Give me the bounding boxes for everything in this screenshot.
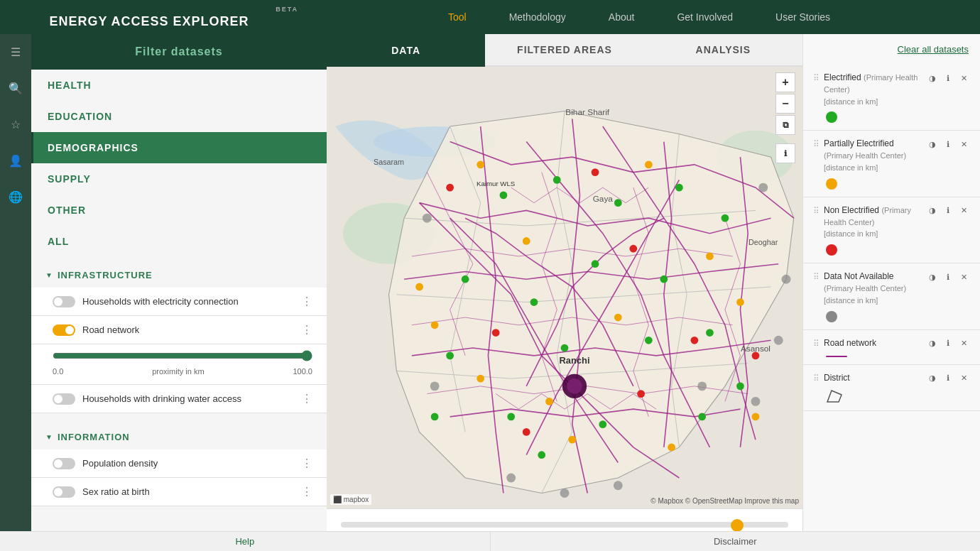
map-background[interactable]: Bihar Sharif Sasaram Kaimur WLS Gaya Deo… <box>327 65 802 508</box>
legend-controls-partially: ◑ ℹ ✕ <box>926 138 970 151</box>
drag-handle-road[interactable]: ⠿ <box>813 337 820 349</box>
clear-all-button[interactable]: Clear all datasets <box>898 44 969 55</box>
info-button-partially[interactable]: ℹ <box>942 138 954 151</box>
layers-button[interactable]: ⧉ <box>775 115 795 135</box>
category-demographics[interactable]: DEMOGRAPHICS <box>31 132 327 163</box>
dataset-road[interactable]: Road network ⋮ <box>31 316 327 344</box>
contrast-button-na[interactable]: ◑ <box>926 271 939 283</box>
road-menu[interactable]: ⋮ <box>301 323 312 337</box>
tab-filtered[interactable]: FILTERED AREAS <box>485 34 643 67</box>
category-health[interactable]: HEALTH <box>31 70 327 101</box>
menu-icon[interactable]: ☰ <box>6 41 25 63</box>
map-credit: © Mapbox © OpenStreetMap Improve this ma… <box>650 497 799 505</box>
swatch-partially <box>826 178 837 190</box>
road-toggle[interactable] <box>53 324 75 336</box>
category-education[interactable]: EDUCATION <box>31 101 327 132</box>
proximity-slider[interactable] <box>53 350 312 361</box>
svg-point-17 <box>698 413 706 421</box>
svg-point-36 <box>446 184 454 192</box>
close-button-na[interactable]: ✕ <box>957 271 970 283</box>
category-all[interactable]: ALL <box>31 226 327 257</box>
help-button[interactable]: Help <box>0 532 490 551</box>
information-header[interactable]: ▼ INFORMATION <box>31 425 327 449</box>
svg-text:Deoghar: Deoghar <box>748 238 778 246</box>
svg-point-44 <box>758 183 768 192</box>
contrast-button-electrified[interactable]: ◑ <box>926 72 939 84</box>
dataset-water[interactable]: Households with drinking water access ⋮ <box>31 385 327 413</box>
svg-point-12 <box>561 344 569 352</box>
info-button-road[interactable]: ℹ <box>942 337 954 350</box>
contrast-button-partially[interactable]: ◑ <box>926 138 939 151</box>
nav-get-involved[interactable]: Get Involved <box>677 11 733 23</box>
nav-methodology[interactable]: Methodology <box>509 11 566 23</box>
search-icon[interactable]: 🔍 <box>4 77 27 99</box>
polygon-district <box>826 389 843 403</box>
info-button-district[interactable]: ℹ <box>942 372 954 385</box>
infrastructure-header[interactable]: ▼ INFRASTRUCTURE <box>31 263 327 288</box>
timeline-indicator[interactable] <box>731 519 744 532</box>
nav-tool[interactable]: Tool <box>448 11 467 23</box>
drag-handle-non[interactable]: ⠿ <box>813 204 820 216</box>
tab-data[interactable]: DATA <box>327 34 485 67</box>
map-svg: Bihar Sharif Sasaram Kaimur WLS Gaya Deo… <box>327 65 802 508</box>
slider-max: 100.0 <box>293 367 312 376</box>
dataset-population[interactable]: Population density ⋮ <box>31 449 327 478</box>
main-layout: ☰ 🔍 ☆ 👤 🌐 Filter datasets HEALTH EDUCATI… <box>0 34 980 551</box>
svg-point-23 <box>477 160 484 168</box>
timeline-bar[interactable] <box>341 522 788 528</box>
zoom-in-button[interactable]: + <box>775 72 795 92</box>
globe-icon[interactable]: 🌐 <box>4 186 27 208</box>
svg-point-43 <box>523 428 530 436</box>
electricity-label: Households with electricity connection <box>82 296 301 307</box>
legend-road-network: ⠿ Road network ◑ ℹ ✕ <box>803 330 980 365</box>
legend-controls-district: ◑ ℹ ✕ <box>926 372 970 385</box>
infrastructure-label: INFRASTRUCTURE <box>58 270 153 280</box>
close-button-road[interactable]: ✕ <box>957 337 970 350</box>
dataset-electricity[interactable]: Households with electricity connection ⋮ <box>31 288 327 316</box>
contrast-button-road[interactable]: ◑ <box>926 337 939 350</box>
contrast-button-non[interactable]: ◑ <box>926 204 939 217</box>
drag-handle-district[interactable]: ⠿ <box>813 372 820 383</box>
nav-about[interactable]: About <box>609 11 635 23</box>
user-icon[interactable]: 👤 <box>4 150 27 172</box>
water-toggle[interactable] <box>53 393 75 405</box>
svg-point-46 <box>774 336 783 345</box>
info-button-non[interactable]: ℹ <box>942 204 954 217</box>
nav-user-stories[interactable]: User Stories <box>775 11 830 23</box>
info-button-electrified[interactable]: ℹ <box>942 72 954 84</box>
zoom-out-button[interactable]: − <box>775 94 795 114</box>
tab-analysis[interactable]: ANALYSIS <box>644 34 802 67</box>
electricity-toggle[interactable] <box>53 296 75 307</box>
category-supply[interactable]: SUPPLY <box>31 163 327 195</box>
sex-ratio-label: Sex ratio at birth <box>82 486 301 497</box>
svg-text:Bihar Sharif: Bihar Sharif <box>565 107 610 117</box>
svg-text:Kaimur WLS: Kaimur WLS <box>477 180 515 187</box>
disclaimer-button[interactable]: Disclaimer <box>490 532 981 551</box>
contrast-button-district[interactable]: ◑ <box>926 372 939 385</box>
sex-ratio-menu[interactable]: ⋮ <box>301 485 312 498</box>
svg-point-13 <box>645 337 653 344</box>
electricity-menu[interactable]: ⋮ <box>301 295 312 308</box>
svg-point-55 <box>567 378 582 394</box>
drag-handle-electrified[interactable]: ⠿ <box>813 72 820 83</box>
water-menu[interactable]: ⋮ <box>301 392 312 405</box>
drag-handle-na[interactable]: ⠿ <box>813 271 820 282</box>
sex-ratio-toggle[interactable] <box>53 486 75 498</box>
population-toggle[interactable] <box>53 458 75 469</box>
dataset-sex-ratio[interactable]: Sex ratio at birth ⋮ <box>31 478 327 506</box>
map-tabs: DATA FILTERED AREAS ANALYSIS <box>327 34 802 67</box>
svg-point-19 <box>736 382 744 390</box>
close-button-electrified[interactable]: ✕ <box>957 72 970 84</box>
star-icon[interactable]: ☆ <box>6 114 25 136</box>
svg-point-6 <box>614 199 622 207</box>
close-button-partially[interactable]: ✕ <box>957 138 970 151</box>
info-button[interactable]: ℹ <box>775 143 795 163</box>
population-menu[interactable]: ⋮ <box>301 457 312 470</box>
category-other[interactable]: OTHER <box>31 195 327 226</box>
svg-point-16 <box>599 420 606 428</box>
drag-handle-partially[interactable]: ⠿ <box>813 138 820 149</box>
close-button-non[interactable]: ✕ <box>957 204 970 217</box>
info-button-na[interactable]: ℹ <box>942 271 954 283</box>
close-button-district[interactable]: ✕ <box>957 372 970 385</box>
svg-point-53 <box>506 474 516 483</box>
